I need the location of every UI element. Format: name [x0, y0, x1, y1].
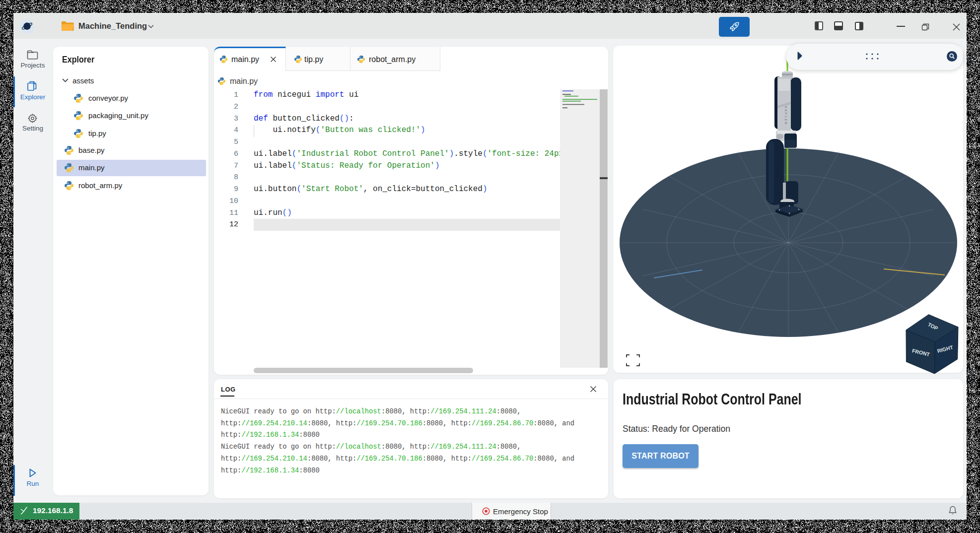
svg-text:KEPLER: KEPLER: [784, 106, 787, 126]
